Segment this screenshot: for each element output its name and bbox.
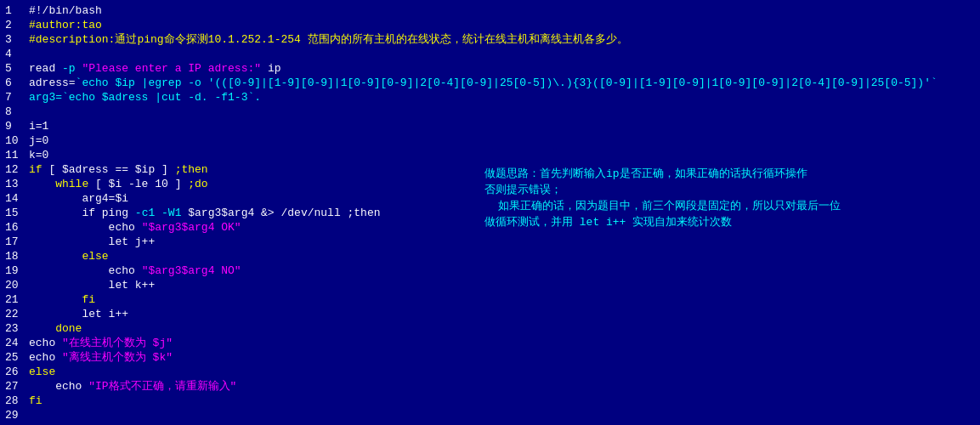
code-line: 11 k=0 <box>5 148 975 162</box>
code-token: echo <box>29 350 62 365</box>
code-token: ;do <box>181 177 207 191</box>
code-token: "离线主机个数为 $k" <box>62 350 173 365</box>
code-line: 1 #!/bin/bash <box>5 3 975 18</box>
code-line: 18 else <box>5 249 975 264</box>
code-line: 5 read -p "Please enter a IP adress:" ip <box>5 61 975 76</box>
code-line: 6 adress=`echo $ip |egrep -o '(([0-9]|[1… <box>5 76 975 90</box>
code-token: i=1 <box>29 119 48 133</box>
line-number: 6 <box>5 76 29 90</box>
code-token: . <box>254 90 261 105</box>
code-line: 25 echo "离线主机个数为 $k" <box>5 350 975 365</box>
code-line: 10 j=0 <box>5 133 975 148</box>
code-token: #!/bin/bash <box>29 3 102 18</box>
code-token: -W1 <box>161 206 181 220</box>
line-number: 8 <box>5 105 29 119</box>
code-line: 21 fi <box>5 292 975 307</box>
code-line: 26 else <box>5 365 975 379</box>
code-token: if ping <box>29 206 135 220</box>
code-token: while <box>29 177 95 191</box>
code-token: echo <box>29 379 88 394</box>
line-number: 26 <box>5 365 29 379</box>
code-token <box>155 206 161 220</box>
line-number: 15 <box>5 206 29 220</box>
code-token: echo <box>29 264 142 278</box>
code-line: 2 #author:tao <box>5 18 975 32</box>
code-line: 20 let k++ <box>5 278 975 292</box>
code-token: ;then <box>168 162 208 177</box>
code-token <box>76 61 82 76</box>
line-number: 24 <box>5 336 29 350</box>
code-line: 23 done <box>5 321 975 336</box>
code-token: else <box>29 365 55 379</box>
line-number: 4 <box>5 47 29 61</box>
line-number: 22 <box>5 307 29 321</box>
code-token: [ $adress == $ip ] <box>48 162 167 177</box>
code-token: -c1 <box>135 206 155 220</box>
code-token: fi <box>29 394 42 408</box>
comment-line: 如果正确的话，因为题目中，前三个网段是固定的，所以只对最后一位 <box>484 198 841 214</box>
terminal: 1 #!/bin/bash2 #author:tao3 #description… <box>0 0 980 425</box>
code-line: 8 <box>5 105 975 119</box>
code-line: 27 echo "IP格式不正确，请重新输入" <box>5 379 975 394</box>
code-token: let k++ <box>29 278 155 292</box>
line-number: 9 <box>5 119 29 133</box>
comment-line: 否则提示错误； <box>484 182 841 198</box>
line-number: 21 <box>5 292 29 307</box>
code-line: 19 echo "$arg3$arg4 NO" <box>5 264 975 278</box>
line-number: 13 <box>5 177 29 191</box>
code-token: "IP格式不正确，请重新输入" <box>88 379 236 394</box>
code-token: read <box>29 61 62 76</box>
code-token: else <box>29 249 109 264</box>
code-token: "$arg3$arg4 NO" <box>142 264 241 278</box>
line-number: 25 <box>5 350 29 365</box>
line-number: 20 <box>5 278 29 292</box>
code-token: adress= <box>29 76 76 90</box>
line-number: 29 <box>5 408 29 422</box>
right-panel: 做题思路：首先判断输入ip是否正确，如果正确的话执行循环操作否则提示错误； 如果… <box>484 166 841 230</box>
line-number: 17 <box>5 235 29 249</box>
line-number: 16 <box>5 220 29 235</box>
code-token: if <box>29 162 48 177</box>
code-token: -p <box>62 61 76 76</box>
code-token: [ $i -le 10 ] <box>95 177 181 191</box>
code-token: "Please enter a IP adress:" <box>82 61 261 76</box>
code-line: 28 fi <box>5 394 975 408</box>
code-token: `echo $ip |egrep -o '(([0-9]|[1-9][0-9]|… <box>76 76 938 90</box>
line-number: 28 <box>5 394 29 408</box>
code-token: $arg3$arg4 &> /dev/null ;then <box>181 206 380 220</box>
line-number: 2 <box>5 18 29 32</box>
code-token: k=0 <box>29 148 48 162</box>
line-number: 12 <box>5 162 29 177</box>
line-number: 1 <box>5 3 29 18</box>
code-line: 3 #description:通过ping命令探测10.1.252.1-254 … <box>5 32 975 47</box>
code-token: echo <box>29 220 142 235</box>
line-number: 10 <box>5 133 29 148</box>
line-number: 5 <box>5 61 29 76</box>
code-token: j=0 <box>29 133 48 148</box>
line-number: 19 <box>5 264 29 278</box>
code-token: "在线主机个数为 $j" <box>62 336 173 350</box>
line-number: 23 <box>5 321 29 336</box>
code-token: done <box>29 321 82 336</box>
line-number: 7 <box>5 90 29 105</box>
line-number: 27 <box>5 379 29 394</box>
code-line: 17 let j++ <box>5 235 975 249</box>
code-token: echo <box>29 336 62 350</box>
code-token: "$arg3$arg4 OK" <box>142 220 241 235</box>
code-token: #author:tao <box>29 18 102 32</box>
line-number: 3 <box>5 32 29 47</box>
code-token: #description:通过ping命令探测10.1.252.1-254 范围… <box>29 32 628 47</box>
code-line: 4 <box>5 47 975 61</box>
comment-line: 做循环测试，并用 let i++ 实现自加来统计次数 <box>484 214 841 230</box>
comment-line: 做题思路：首先判断输入ip是否正确，如果正确的话执行循环操作 <box>484 166 841 182</box>
code-token: arg3=`echo $adress |cut -d. -f1-3` <box>29 90 254 105</box>
code-token: arg4=$i <box>29 191 128 206</box>
line-number: 14 <box>5 191 29 206</box>
code-line: 22 let i++ <box>5 307 975 321</box>
code-line: 7 arg3=`echo $adress |cut -d. -f1-3`. <box>5 90 975 105</box>
line-number: 18 <box>5 249 29 264</box>
code-token: let i++ <box>29 307 128 321</box>
code-token: ip <box>261 61 280 76</box>
code-line: 29 <box>5 408 975 422</box>
code-line: 9 i=1 <box>5 119 975 133</box>
